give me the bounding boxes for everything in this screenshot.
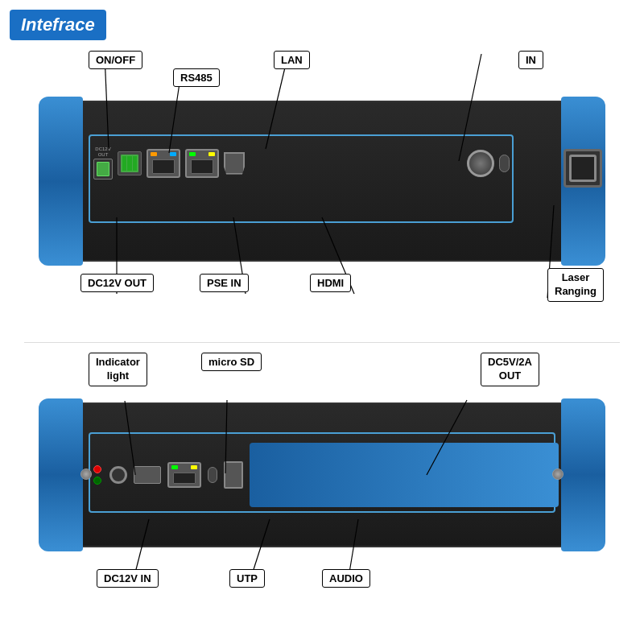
device-body-bottom [72, 402, 572, 547]
micro-sd-port [134, 466, 161, 484]
label-rs485: RS485 [173, 68, 220, 87]
device-bottom: Indicatorlight micro SD DC5V/2AOUT DC12V… [24, 346, 620, 612]
rs485-port [118, 151, 142, 175]
label-in: IN [518, 51, 543, 69]
page-container: Intefrace DC12VOUT [0, 0, 644, 644]
dc-in-port [109, 466, 127, 484]
label-utp: UTP [229, 569, 265, 588]
blue-end-right-bottom [561, 398, 605, 551]
screw-right [552, 469, 564, 480]
section-divider [24, 342, 620, 343]
screw-left [80, 469, 92, 480]
label-dc5v-out: DC5V/2AOUT [481, 353, 539, 386]
label-indicator-light: Indicatorlight [89, 353, 147, 386]
label-on-off: ON/OFF [89, 51, 142, 69]
device-top: DC12VOUT [24, 44, 620, 310]
label-hdmi: HDMI [310, 274, 351, 292]
blue-end-left-bottom [39, 398, 83, 551]
pse-in-port [147, 149, 180, 178]
dc12v-out-port: DC12VOUT [93, 147, 113, 180]
audio-jack-top [499, 155, 510, 172]
dc5v-out-port [224, 461, 243, 489]
label-dc12v-in: DC12V IN [97, 569, 159, 588]
audio-port-bottom [208, 467, 217, 483]
label-micro-sd: micro SD [201, 353, 262, 371]
indicator-lights [93, 465, 101, 485]
laser-port [564, 149, 602, 188]
device-body-top: DC12VOUT [72, 101, 572, 262]
label-dc12v-out: DC12V OUT [80, 274, 154, 292]
lan-port [185, 149, 219, 178]
label-laser-ranging: LaserRanging [547, 268, 604, 302]
in-port [467, 150, 494, 177]
utp-port [167, 462, 201, 488]
label-audio: AUDIO [322, 569, 370, 588]
title-text: Intefrace [21, 14, 95, 35]
hdmi-port [224, 152, 245, 175]
label-pse-in: PSE IN [200, 274, 249, 292]
title-box: Intefrace [10, 10, 106, 40]
blue-end-left-top [39, 97, 83, 266]
label-lan: LAN [274, 51, 310, 69]
